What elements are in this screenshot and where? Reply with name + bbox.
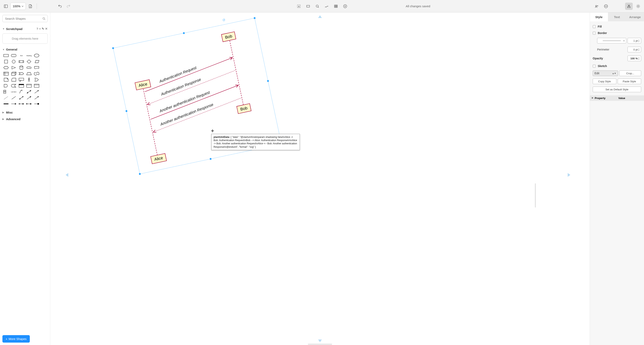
shape-blank3[interactable] xyxy=(41,65,48,70)
border-checkbox[interactable] xyxy=(593,32,596,34)
shape-blank7[interactable] xyxy=(41,89,48,94)
freehand-tool-button[interactable] xyxy=(323,2,330,10)
format-panel-toggle[interactable] xyxy=(625,2,633,10)
shape-blank2[interactable] xyxy=(41,59,48,64)
misc-header[interactable]: ▶ Misc xyxy=(0,109,50,116)
nav-arrow-up[interactable] xyxy=(317,14,323,20)
shape-blank[interactable] xyxy=(41,53,48,58)
tab-text[interactable]: Text xyxy=(608,12,626,21)
scratchpad-drop-hint[interactable]: Drag elements here xyxy=(2,34,48,44)
resize-handle[interactable] xyxy=(112,47,114,49)
shape-document[interactable] xyxy=(33,65,40,70)
shape-line[interactable] xyxy=(10,95,17,101)
scratchpad-header[interactable]: ▼ Scratchpad ? + ✎ ✕ xyxy=(2,26,48,32)
zoom-select[interactable]: 100% xyxy=(10,2,26,10)
shape-cylinder[interactable] xyxy=(18,65,25,70)
shape-parallelogram[interactable] xyxy=(33,59,40,64)
undo-button[interactable] xyxy=(56,2,64,10)
shape-internal-storage[interactable] xyxy=(2,71,10,76)
nav-arrow-left[interactable] xyxy=(64,172,70,178)
bottom-resizer[interactable] xyxy=(308,344,332,344)
shape-or[interactable] xyxy=(33,77,40,82)
edit-select[interactable]: Edit ▲▼ xyxy=(593,70,618,76)
shape-note[interactable] xyxy=(2,77,10,82)
shape-blank8[interactable] xyxy=(41,95,48,101)
scratchpad-edit-icon[interactable]: ✎ xyxy=(42,27,44,30)
canvas[interactable]: Alice Bob Alice Bob Authentication Reque… xyxy=(50,12,590,345)
shape-diamond[interactable] xyxy=(25,59,32,64)
new-page-button[interactable] xyxy=(26,2,34,10)
shape-callout[interactable] xyxy=(18,77,25,82)
tab-style[interactable]: Style xyxy=(590,12,608,21)
shape-ellipse[interactable] xyxy=(33,53,40,58)
shape-blank4[interactable] xyxy=(41,71,48,76)
redo-button[interactable] xyxy=(64,2,72,10)
tab-arrange[interactable]: Arrange xyxy=(626,12,644,21)
ellipse-tool-button[interactable] xyxy=(314,2,321,10)
shape-arrow-thin[interactable] xyxy=(33,95,40,101)
shape-curve[interactable] xyxy=(18,89,25,94)
rectangle-tool-button[interactable] xyxy=(304,2,312,10)
shape-triangle[interactable] xyxy=(10,65,17,70)
shape-circle[interactable] xyxy=(10,59,17,64)
shape-datastore[interactable] xyxy=(10,83,17,88)
shape-square[interactable] xyxy=(2,59,10,64)
shape-list-item[interactable]: List Item xyxy=(10,89,17,94)
general-header[interactable]: ▼ General xyxy=(2,47,48,52)
resize-handle[interactable] xyxy=(126,110,128,112)
shape-bidir-thin[interactable] xyxy=(18,95,25,101)
insert-button[interactable] xyxy=(341,2,349,10)
resize-handle[interactable] xyxy=(267,80,269,82)
shape-heading[interactable]: Heading xyxy=(25,53,32,58)
toggle-panels-button[interactable] xyxy=(2,2,10,10)
sketch-checkbox[interactable] xyxy=(593,64,596,68)
shape-arrow[interactable] xyxy=(33,89,40,94)
resize-handle[interactable] xyxy=(139,173,141,175)
right-panel-resizer[interactable] xyxy=(535,183,536,208)
shape-process[interactable] xyxy=(18,59,25,64)
perimeter-input[interactable]: 0 pt ▲▼ xyxy=(628,47,641,52)
shape-rect[interactable] xyxy=(2,53,10,58)
shape-roundrect[interactable] xyxy=(10,53,17,58)
shape-cloud[interactable] xyxy=(25,65,32,70)
shape-dashed-line[interactable] xyxy=(2,95,10,101)
shape-conn2[interactable] xyxy=(18,101,25,107)
shape-blank5[interactable] xyxy=(41,77,48,82)
shape-actor[interactable] xyxy=(25,77,32,82)
shape-container2[interactable] xyxy=(25,83,32,88)
shape-blank9[interactable] xyxy=(41,101,48,107)
text-tool-button[interactable]: A xyxy=(295,2,303,10)
shape-conn4[interactable] xyxy=(33,101,40,107)
theme-toggle-button[interactable] xyxy=(634,2,642,10)
shape-container[interactable] xyxy=(18,83,25,88)
nav-arrow-down[interactable] xyxy=(317,338,323,344)
paste-style-button[interactable]: Paste Style xyxy=(618,78,642,84)
more-shapes-button[interactable]: + More Shapes xyxy=(2,335,30,342)
shape-bidir-arrow[interactable] xyxy=(25,89,32,94)
property-table-header[interactable]: ▶ Property Value xyxy=(590,96,644,101)
shape-cube[interactable] xyxy=(10,71,17,76)
scratchpad-help-icon[interactable]: ? xyxy=(36,27,38,30)
shape-card[interactable] xyxy=(10,77,17,82)
shape-blank6[interactable] xyxy=(41,83,48,88)
nav-arrow-right[interactable] xyxy=(566,172,572,178)
copy-style-button[interactable]: Copy Style xyxy=(593,78,616,84)
scratchpad-close-icon[interactable]: ✕ xyxy=(45,27,48,30)
shape-arrow-solid[interactable] xyxy=(25,95,32,101)
shape-container3[interactable] xyxy=(33,83,40,88)
resize-handle[interactable] xyxy=(254,17,256,19)
share-button[interactable] xyxy=(593,2,600,10)
shape-trapezoid[interactable] xyxy=(25,71,32,76)
table-tool-button[interactable] xyxy=(332,2,340,10)
shape-thick-line[interactable] xyxy=(2,101,10,107)
resize-handle[interactable] xyxy=(210,158,212,160)
shape-step[interactable] xyxy=(18,71,25,76)
border-width-input[interactable]: 1 pt ▲▼ xyxy=(628,38,641,44)
shape-and[interactable] xyxy=(2,83,10,88)
more-menu-button[interactable] xyxy=(602,2,610,10)
opacity-input[interactable]: 100 % ▲▼ xyxy=(628,56,641,61)
shape-tape[interactable] xyxy=(33,71,40,76)
crop-button[interactable]: Crop... xyxy=(619,70,642,76)
line-style-select[interactable]: ▾ xyxy=(597,38,626,44)
scratchpad-add-icon[interactable]: + xyxy=(39,27,41,30)
